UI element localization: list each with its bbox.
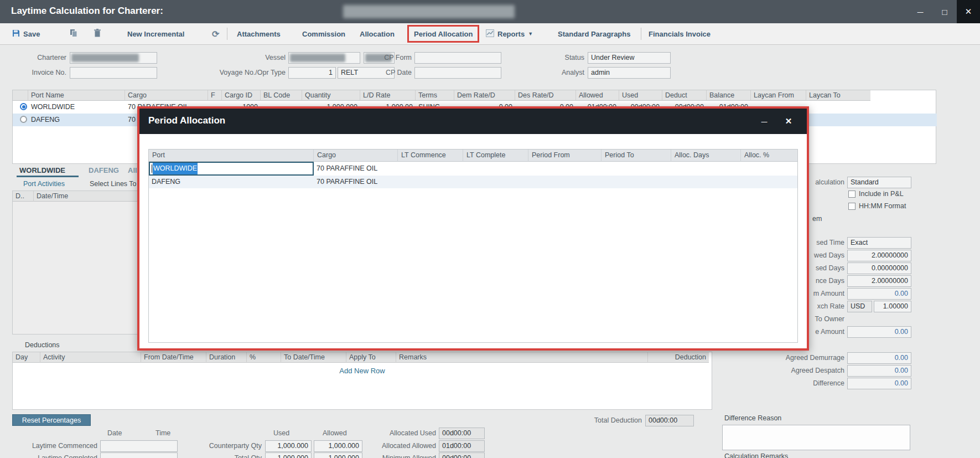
- dialog-titlebar[interactable]: Period Allocation ─ ✕: [139, 109, 807, 134]
- column-header-quantity[interactable]: Quantity: [302, 90, 360, 101]
- save-button[interactable]: Save: [12, 23, 40, 44]
- difference-days-field[interactable]: 2.00000000: [847, 275, 911, 287]
- column-header-lt-complete[interactable]: LT Complete: [463, 150, 528, 162]
- currency-field[interactable]: USD: [847, 301, 872, 312]
- amount-field[interactable]: 0.00: [847, 288, 911, 300]
- column-header-dem-rate[interactable]: Dem Rate/D: [454, 90, 515, 101]
- reset-percentages-button[interactable]: Reset Percentages: [12, 414, 91, 426]
- allocation-button[interactable]: Allocation: [360, 23, 395, 44]
- column-header-alloc-days[interactable]: Alloc. Days: [671, 150, 741, 162]
- column-header-apply-to[interactable]: Apply To: [346, 352, 396, 363]
- column-header-used[interactable]: Used: [619, 90, 662, 101]
- difference-reason-textarea[interactable]: [722, 425, 910, 450]
- agreed-demurrage-field[interactable]: 0.00: [847, 352, 911, 364]
- column-header-balance[interactable]: Balance: [707, 90, 751, 101]
- dialog-close-button[interactable]: ✕: [781, 115, 796, 127]
- allocated-used-field: 00d00:00: [439, 428, 485, 439]
- column-header-des-rate[interactable]: Des Rate/D: [515, 90, 576, 101]
- column-header-remarks[interactable]: Remarks: [396, 352, 648, 363]
- column-header-laycan-from[interactable]: Laycan From: [751, 90, 806, 101]
- reports-menu-button[interactable]: Reports ▼: [486, 23, 533, 44]
- column-header-allowed[interactable]: Allowed: [576, 90, 619, 101]
- attachments-button[interactable]: Attachments: [237, 23, 281, 44]
- column-header-deduction[interactable]: Deduction: [648, 352, 709, 363]
- column-header-alloc-percent[interactable]: Alloc. %: [741, 150, 797, 162]
- exch-rate-field[interactable]: 1.00000: [874, 301, 911, 312]
- column-header-duration[interactable]: Duration: [206, 352, 247, 363]
- dialog-minimize-button[interactable]: ─: [757, 115, 771, 127]
- vessel-field[interactable]: [288, 52, 360, 64]
- deductions-grid: Day Activity From Date/Time Duration % T…: [12, 352, 712, 410]
- charterer-field[interactable]: [70, 52, 157, 64]
- port-radio-unselected[interactable]: [20, 116, 27, 123]
- select-lines-label[interactable]: Select Lines To: [90, 180, 137, 188]
- total-used-field[interactable]: 1,000.000: [265, 452, 312, 458]
- column-header-f[interactable]: F: [208, 90, 222, 101]
- allowed-days-field[interactable]: 2.00000000: [847, 250, 911, 261]
- used-days-field[interactable]: 0.00000000: [847, 263, 911, 274]
- column-header-from-datetime[interactable]: From Date/Time: [141, 352, 206, 363]
- column-header-period-to[interactable]: Period To: [602, 150, 671, 162]
- voyage-no-field[interactable]: 1: [288, 67, 336, 79]
- chevron-down-icon: ▼: [528, 31, 533, 37]
- agreed-despatch-field[interactable]: 0.00: [847, 365, 911, 377]
- window-maximize-button[interactable]: □: [934, 0, 956, 23]
- column-header-day[interactable]: Day: [13, 352, 40, 363]
- period-allocation-button-highlighted[interactable]: Period Allocation: [407, 25, 479, 43]
- analyst-field[interactable]: admin: [588, 67, 671, 79]
- refresh-button[interactable]: ⟳: [212, 23, 219, 44]
- tab-dafeng[interactable]: DAFENG: [89, 166, 119, 174]
- column-header-lt-commence[interactable]: LT Commence: [398, 150, 463, 162]
- amount2-field[interactable]: 0.00: [847, 326, 911, 338]
- port-radio-selected[interactable]: [20, 103, 27, 110]
- financials-invoice-button[interactable]: Financials Invoice: [649, 23, 711, 44]
- tab-worldwide[interactable]: WORLDWIDE: [19, 166, 65, 174]
- column-header-datetime[interactable]: Date/Time: [34, 191, 144, 202]
- column-header-d[interactable]: D..: [13, 191, 34, 202]
- calculation-field[interactable]: Standard: [847, 177, 911, 188]
- column-header-cargo-id[interactable]: Cargo ID: [222, 90, 261, 101]
- delete-button[interactable]: [94, 23, 101, 44]
- window-close-button[interactable]: ✕: [957, 0, 980, 23]
- column-header-deduct[interactable]: Deduct: [662, 90, 707, 101]
- invoice-no-field[interactable]: [70, 67, 157, 79]
- tab-all[interactable]: All: [128, 166, 137, 174]
- commission-button[interactable]: Commission: [302, 23, 345, 44]
- column-header-period-from[interactable]: Period From: [528, 150, 602, 162]
- column-header-cargo[interactable]: Cargo: [125, 90, 208, 101]
- column-header-percent[interactable]: %: [247, 352, 281, 363]
- column-header-cargo[interactable]: Cargo: [314, 150, 398, 162]
- column-header-port[interactable]: Port: [149, 150, 314, 162]
- port-cell-editing[interactable]: WORLDWIDE: [149, 162, 314, 176]
- new-incremental-button[interactable]: New Incremental: [127, 23, 184, 44]
- laytime-completed-field[interactable]: [100, 452, 178, 458]
- window-minimize-button[interactable]: ─: [909, 0, 931, 23]
- column-header-port-name[interactable]: Port Name: [28, 90, 125, 101]
- counterparty-used-field[interactable]: 1,000.000: [265, 440, 312, 452]
- include-in-pl-checkbox[interactable]: [848, 191, 855, 198]
- column-header-to-datetime[interactable]: To Date/Time: [281, 352, 346, 363]
- laytime-commenced-field[interactable]: [100, 440, 178, 452]
- used-time-field[interactable]: Exact: [847, 237, 911, 249]
- allocation-row-dafeng[interactable]: DAFENG 70 PARAFFINE OIL: [149, 176, 797, 188]
- column-header-select[interactable]: [13, 90, 28, 101]
- column-header-ld-rate[interactable]: L/D Rate: [360, 90, 416, 101]
- copy-button[interactable]: [70, 23, 77, 44]
- allocation-row-worldwide[interactable]: WORLDWIDE 70 PARAFFINE OIL: [149, 162, 797, 174]
- column-header-laycan-to[interactable]: Laycan To: [806, 90, 870, 101]
- hhmm-format-checkbox[interactable]: [848, 203, 855, 210]
- total-allowed-field[interactable]: 1,000.000: [314, 452, 362, 458]
- cp-date-field[interactable]: [414, 67, 501, 79]
- port-activities-link[interactable]: Port Activities: [23, 180, 65, 188]
- add-new-row-link[interactable]: Add New Row: [13, 367, 712, 375]
- column-header-terms[interactable]: Terms: [416, 90, 454, 101]
- standard-paragraphs-button[interactable]: Standard Paragraphs: [558, 23, 631, 44]
- status-field[interactable]: Under Review: [588, 52, 671, 64]
- cp-form-field[interactable]: [414, 52, 501, 64]
- allocated-allowed-field: 01d00:00: [439, 440, 485, 452]
- difference-reason-label: Difference Reason: [724, 414, 781, 422]
- difference-field[interactable]: 0.00: [847, 378, 911, 389]
- column-header-activity[interactable]: Activity: [40, 352, 141, 363]
- counterparty-allowed-field[interactable]: 1,000.000: [314, 440, 362, 452]
- column-header-bl-code[interactable]: BL Code: [261, 90, 302, 101]
